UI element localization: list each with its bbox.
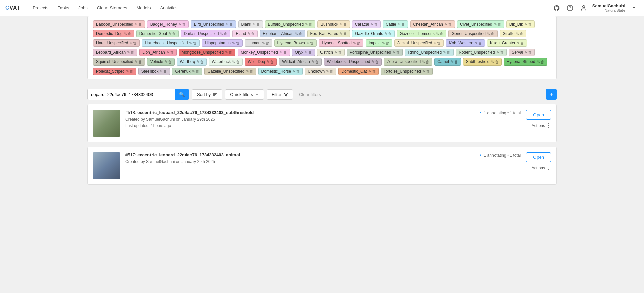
edit-icon[interactable]: ✎ xyxy=(422,60,425,64)
edit-icon[interactable]: ✎ xyxy=(524,50,527,55)
delete-icon[interactable]: 🗑 xyxy=(338,50,342,54)
delete-icon[interactable]: 🗑 xyxy=(196,69,199,73)
delete-icon[interactable]: 🗑 xyxy=(478,41,482,45)
nav-models[interactable]: Models xyxy=(132,3,155,12)
delete-icon[interactable]: 🗑 xyxy=(426,60,429,64)
edit-icon[interactable]: ✎ xyxy=(496,50,499,55)
edit-icon[interactable]: ✎ xyxy=(196,60,199,64)
delete-icon[interactable]: 🗑 xyxy=(309,22,312,26)
delete-icon[interactable]: 🗑 xyxy=(520,41,524,45)
edit-icon[interactable]: ✎ xyxy=(422,69,425,74)
delete-icon[interactable]: 🗑 xyxy=(375,60,379,64)
edit-icon[interactable]: ✎ xyxy=(166,50,169,55)
edit-icon[interactable]: ✎ xyxy=(262,41,265,45)
edit-icon[interactable]: ✎ xyxy=(384,32,387,36)
edit-icon[interactable]: ✎ xyxy=(295,32,298,36)
edit-icon[interactable]: ✎ xyxy=(475,41,478,45)
edit-icon[interactable]: ✎ xyxy=(266,60,269,64)
nav-jobs[interactable]: Jobs xyxy=(74,3,91,12)
delete-icon[interactable]: 🗑 xyxy=(520,32,523,36)
delete-icon[interactable]: 🗑 xyxy=(308,50,312,54)
search-button[interactable]: 🔍 xyxy=(175,89,189,100)
edit-icon[interactable]: ✎ xyxy=(334,50,337,55)
delete-icon[interactable]: 🗑 xyxy=(448,22,452,26)
delete-icon[interactable]: 🗑 xyxy=(386,41,389,45)
delete-icon[interactable]: 🗑 xyxy=(528,22,532,26)
sort-button[interactable]: Sort by xyxy=(192,89,222,100)
edit-icon[interactable]: ✎ xyxy=(436,32,439,36)
github-icon[interactable] xyxy=(552,3,561,13)
edit-icon[interactable]: ✎ xyxy=(247,32,250,36)
delete-icon[interactable]: 🗑 xyxy=(541,60,544,64)
edit-icon[interactable]: ✎ xyxy=(126,69,129,74)
edit-icon[interactable]: ✎ xyxy=(517,41,520,45)
delete-icon[interactable]: 🗑 xyxy=(138,60,142,64)
delete-icon[interactable]: 🗑 xyxy=(447,50,450,54)
edit-icon[interactable]: ✎ xyxy=(371,60,374,64)
nav-cloud-storages[interactable]: Cloud Storages xyxy=(93,3,131,12)
edit-icon[interactable]: ✎ xyxy=(292,69,295,74)
edit-icon[interactable]: ✎ xyxy=(382,41,385,45)
edit-icon[interactable]: ✎ xyxy=(232,41,235,45)
edit-icon[interactable]: ✎ xyxy=(124,32,127,36)
delete-icon[interactable]: 🗑 xyxy=(495,60,499,64)
user-icon[interactable] xyxy=(579,3,588,13)
delete-icon[interactable]: 🗑 xyxy=(498,22,501,26)
delete-icon[interactable]: 🗑 xyxy=(130,69,133,73)
delete-icon[interactable]: 🗑 xyxy=(310,41,314,45)
delete-icon[interactable]: 🗑 xyxy=(426,69,430,73)
delete-icon[interactable]: 🗑 xyxy=(193,41,197,45)
delete-icon[interactable]: 🗑 xyxy=(251,32,255,36)
delete-icon[interactable]: 🗑 xyxy=(454,60,458,64)
edit-icon[interactable]: ✎ xyxy=(253,22,256,27)
delete-icon[interactable]: 🗑 xyxy=(491,32,495,36)
edit-icon[interactable]: ✎ xyxy=(398,22,401,27)
filter-button[interactable]: Filter xyxy=(267,89,293,100)
edit-icon[interactable]: ✎ xyxy=(127,50,130,55)
delete-icon[interactable]: 🗑 xyxy=(296,69,300,73)
edit-icon[interactable]: ✎ xyxy=(444,22,447,27)
edit-icon[interactable]: ✎ xyxy=(340,22,343,27)
edit-icon[interactable]: ✎ xyxy=(516,32,519,36)
actions-menu[interactable]: Actions ⋮ xyxy=(532,122,551,129)
edit-icon[interactable]: ✎ xyxy=(168,32,171,36)
edit-icon[interactable]: ✎ xyxy=(189,41,192,45)
edit-icon[interactable]: ✎ xyxy=(487,32,490,36)
edit-icon[interactable]: ✎ xyxy=(433,41,436,45)
edit-icon[interactable]: ✎ xyxy=(340,32,343,36)
delete-icon[interactable]: 🗑 xyxy=(401,22,405,26)
delete-icon[interactable]: 🗑 xyxy=(283,50,287,54)
user-info[interactable]: SamuelGachuhi NaturalState xyxy=(592,3,625,12)
delete-icon[interactable]: 🗑 xyxy=(357,41,360,45)
open-button[interactable]: Open xyxy=(526,110,551,120)
nav-projects[interactable]: Projects xyxy=(29,3,52,12)
edit-icon[interactable]: ✎ xyxy=(370,22,373,27)
delete-icon[interactable]: 🗑 xyxy=(200,60,204,64)
delete-icon[interactable]: 🗑 xyxy=(343,32,347,36)
delete-icon[interactable]: 🗑 xyxy=(182,22,186,26)
delete-icon[interactable]: 🗑 xyxy=(163,69,167,73)
delete-icon[interactable]: 🗑 xyxy=(229,22,233,26)
edit-icon[interactable]: ✎ xyxy=(220,32,223,36)
edit-icon[interactable]: ✎ xyxy=(326,69,329,74)
edit-icon[interactable]: ✎ xyxy=(246,69,249,74)
delete-icon[interactable]: 🗑 xyxy=(138,22,142,26)
add-button[interactable]: + xyxy=(546,89,557,100)
delete-icon[interactable]: 🗑 xyxy=(343,22,347,26)
delete-icon[interactable]: 🗑 xyxy=(250,69,253,73)
nav-tasks[interactable]: Tasks xyxy=(54,3,73,12)
edit-icon[interactable]: ✎ xyxy=(226,22,229,27)
delete-icon[interactable]: 🗑 xyxy=(229,50,232,54)
edit-icon[interactable]: ✎ xyxy=(160,69,163,74)
delete-icon[interactable]: 🗑 xyxy=(266,41,269,45)
delete-icon[interactable]: 🗑 xyxy=(396,50,400,54)
edit-icon[interactable]: ✎ xyxy=(306,41,309,45)
search-input[interactable] xyxy=(88,90,175,99)
delete-icon[interactable]: 🗑 xyxy=(372,69,376,73)
delete-icon[interactable]: 🗑 xyxy=(330,69,333,73)
delete-icon[interactable]: 🗑 xyxy=(128,32,131,36)
delete-icon[interactable]: 🗑 xyxy=(236,41,240,45)
delete-icon[interactable]: 🗑 xyxy=(374,22,378,26)
delete-icon[interactable]: 🗑 xyxy=(500,50,504,54)
delete-icon[interactable]: 🗑 xyxy=(172,32,176,36)
